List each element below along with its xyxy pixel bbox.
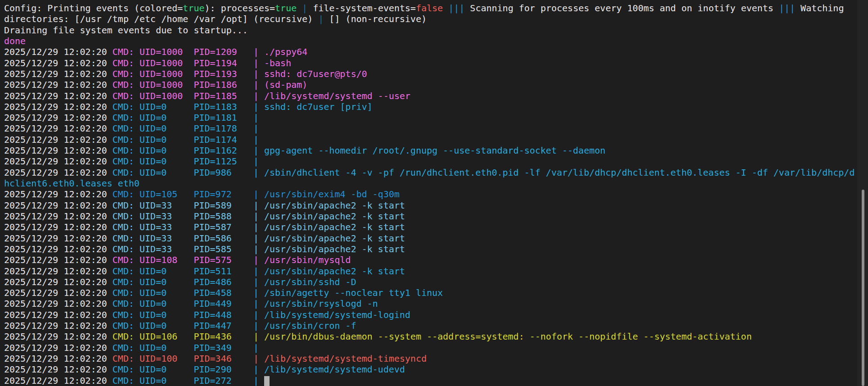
event-timestamp: 2025/12/29 12:02:20 <box>4 134 112 145</box>
event-timestamp: 2025/12/29 12:02:20 <box>4 244 112 254</box>
event-command: CMD: UID=1000 PID=1193 | sshd: dc7user@p… <box>112 68 367 79</box>
terminal-line: 2025/12/29 12:02:20 CMD: UID=0 PID=349 | <box>4 342 855 353</box>
terminal-line: 2025/12/29 12:02:20 CMD: UID=33 PID=588 … <box>4 211 855 222</box>
event-timestamp: 2025/12/29 12:02:20 <box>4 353 112 364</box>
terminal-line: 2025/12/29 12:02:20 CMD: UID=100 PID=346… <box>4 353 855 364</box>
event-command: CMD: UID=105 PID=972 | /usr/sbin/exim4 -… <box>112 189 400 200</box>
event-timestamp: 2025/12/29 12:02:20 <box>4 68 112 79</box>
terminal-line: 2025/12/29 12:02:20 CMD: UID=1000 PID=12… <box>4 46 855 57</box>
scrollbar-thumb[interactable] <box>862 190 864 386</box>
config-text: ||| <box>779 3 795 14</box>
terminal-screen[interactable]: Config: Printing events (colored=true): … <box>0 0 868 386</box>
event-timestamp: 2025/12/29 12:02:20 <box>4 58 112 68</box>
event-command: CMD: UID=0 PID=1174 | <box>112 134 264 145</box>
terminal-line: 2025/12/29 12:02:20 CMD: UID=0 PID=448 |… <box>4 309 855 320</box>
event-timestamp: 2025/12/29 12:02:20 <box>4 298 112 309</box>
event-command: CMD: UID=0 PID=458 | /sbin/agetty --nocl… <box>112 287 443 298</box>
terminal-line: 2025/12/29 12:02:20 CMD: UID=105 PID=972… <box>4 189 855 200</box>
terminal-line: 2025/12/29 12:02:20 CMD: UID=0 PID=290 |… <box>4 364 855 375</box>
config-text: file-system-events= <box>307 3 416 14</box>
terminal-line: 2025/12/29 12:02:20 CMD: UID=33 PID=586 … <box>4 233 855 244</box>
terminal-output: Config: Printing events (colored=true): … <box>4 3 855 386</box>
event-timestamp: 2025/12/29 12:02:20 <box>4 222 112 232</box>
event-command: CMD: UID=0 PID=1178 | <box>112 123 264 134</box>
event-timestamp: 2025/12/29 12:02:20 <box>4 331 112 342</box>
terminal-line: 2025/12/29 12:02:20 CMD: UID=33 PID=589 … <box>4 200 855 211</box>
event-timestamp: 2025/12/29 12:02:20 <box>4 46 112 57</box>
event-command: CMD: UID=1000 PID=1186 | (sd-pam) <box>112 79 307 90</box>
terminal-line: 2025/12/29 12:02:20 CMD: UID=1000 PID=11… <box>4 68 855 79</box>
event-command: CMD: UID=0 PID=1181 | <box>112 112 264 123</box>
config-text: | <box>302 3 307 14</box>
terminal-line: 2025/12/29 12:02:20 CMD: UID=0 PID=458 |… <box>4 287 855 298</box>
scrollbar-track[interactable] <box>857 0 868 386</box>
config-text: Draining file system events due to start… <box>4 25 248 36</box>
event-command: CMD: UID=106 PID=436 | /usr/bin/dbus-dae… <box>112 331 752 342</box>
terminal-line: 2025/12/29 12:02:20 CMD: UID=0 PID=1178 … <box>4 123 855 134</box>
terminal-line: 2025/12/29 12:02:20 CMD: UID=0 PID=272 | <box>4 375 855 386</box>
terminal-line: 2025/12/29 12:02:20 CMD: UID=33 PID=585 … <box>4 244 855 254</box>
terminal-line: 2025/12/29 12:02:20 CMD: UID=0 PID=447 |… <box>4 320 855 331</box>
terminal-line: 2025/12/29 12:02:20 CMD: UID=1000 PID=11… <box>4 91 855 101</box>
event-command: CMD: UID=0 PID=272 | <box>112 375 264 386</box>
event-command: CMD: UID=100 PID=346 | /lib/systemd/syst… <box>112 353 427 364</box>
event-command: CMD: UID=0 PID=349 | <box>112 342 264 353</box>
event-command: CMD: UID=1000 PID=1194 | -bash <box>112 58 291 68</box>
event-timestamp: 2025/12/29 12:02:20 <box>4 375 112 386</box>
config-text: true <box>275 3 297 14</box>
terminal-line: done <box>4 36 855 46</box>
event-command: CMD: UID=0 PID=1162 | gpg-agent --homedi… <box>112 145 606 156</box>
terminal-line: 2025/12/29 12:02:20 CMD: UID=0 PID=486 |… <box>4 277 855 287</box>
event-command: CMD: UID=0 PID=986 | /sbin/dhclient -4 -… <box>4 167 855 189</box>
event-command: CMD: UID=33 PID=585 | /usr/sbin/apache2 … <box>112 244 405 254</box>
event-timestamp: 2025/12/29 12:02:20 <box>4 112 112 123</box>
config-text: [] (non-recursive) <box>324 14 427 24</box>
event-timestamp: 2025/12/29 12:02:20 <box>4 123 112 134</box>
event-command: CMD: UID=0 PID=1125 | <box>112 156 264 167</box>
config-text: ): processes= <box>205 3 275 14</box>
event-command: CMD: UID=33 PID=588 | /usr/sbin/apache2 … <box>112 211 405 222</box>
terminal-line: 2025/12/29 12:02:20 CMD: UID=0 PID=1181 … <box>4 112 855 123</box>
config-text: true <box>183 3 204 14</box>
terminal-line: Draining file system events due to start… <box>4 25 855 36</box>
config-text: Config: Printing events (colored= <box>4 3 183 14</box>
terminal-line: 2025/12/29 12:02:20 CMD: UID=108 PID=575… <box>4 254 855 265</box>
event-timestamp: 2025/12/29 12:02:20 <box>4 101 112 112</box>
terminal-line: 2025/12/29 12:02:20 CMD: UID=0 PID=1162 … <box>4 145 855 156</box>
terminal-line: 2025/12/29 12:02:20 CMD: UID=106 PID=436… <box>4 331 855 342</box>
event-timestamp: 2025/12/29 12:02:20 <box>4 320 112 331</box>
event-timestamp: 2025/12/29 12:02:20 <box>4 342 112 353</box>
config-text: ||| <box>448 3 464 14</box>
event-timestamp: 2025/12/29 12:02:20 <box>4 91 112 101</box>
event-command: CMD: UID=33 PID=586 | /usr/sbin/apache2 … <box>112 233 405 244</box>
event-timestamp: 2025/12/29 12:02:20 <box>4 287 112 298</box>
config-text <box>297 3 302 14</box>
event-timestamp: 2025/12/29 12:02:20 <box>4 211 112 222</box>
terminal-line: 2025/12/29 12:02:20 CMD: UID=0 PID=511 |… <box>4 266 855 277</box>
event-timestamp: 2025/12/29 12:02:20 <box>4 364 112 375</box>
event-command: CMD: UID=108 PID=575 | /usr/sbin/mysqld <box>112 254 351 265</box>
terminal-line: 2025/12/29 12:02:20 CMD: UID=0 PID=1125 … <box>4 156 855 167</box>
terminal-cursor <box>264 376 270 386</box>
terminal-line: 2025/12/29 12:02:20 CMD: UID=33 PID=587 … <box>4 222 855 232</box>
event-command: CMD: UID=0 PID=1183 | sshd: dc7user [pri… <box>112 101 373 112</box>
terminal-line: 2025/12/29 12:02:20 CMD: UID=1000 PID=11… <box>4 58 855 68</box>
terminal-line: 2025/12/29 12:02:20 CMD: UID=0 PID=1174 … <box>4 134 855 145</box>
terminal-line: 2025/12/29 12:02:20 CMD: UID=0 PID=986 |… <box>4 167 855 189</box>
event-timestamp: 2025/12/29 12:02:20 <box>4 254 112 265</box>
event-timestamp: 2025/12/29 12:02:20 <box>4 200 112 211</box>
event-timestamp: 2025/12/29 12:02:20 <box>4 79 112 90</box>
event-timestamp: 2025/12/29 12:02:20 <box>4 277 112 287</box>
event-timestamp: 2025/12/29 12:02:20 <box>4 266 112 277</box>
terminal-line: 2025/12/29 12:02:20 CMD: UID=0 PID=449 |… <box>4 298 855 309</box>
event-command: CMD: UID=0 PID=511 | /usr/sbin/apache2 -… <box>112 266 405 277</box>
event-command: CMD: UID=0 PID=448 | /lib/systemd/system… <box>112 309 410 320</box>
event-command: CMD: UID=33 PID=587 | /usr/sbin/apache2 … <box>112 222 405 232</box>
event-command: CMD: UID=33 PID=589 | /usr/sbin/apache2 … <box>112 200 405 211</box>
terminal-line: 2025/12/29 12:02:20 CMD: UID=0 PID=1183 … <box>4 101 855 112</box>
event-timestamp: 2025/12/29 12:02:20 <box>4 309 112 320</box>
config-text: false <box>416 3 443 14</box>
event-command: CMD: UID=0 PID=449 | /usr/sbin/rsyslogd … <box>112 298 378 309</box>
event-command: CMD: UID=0 PID=447 | /usr/sbin/cron -f <box>112 320 356 331</box>
event-timestamp: 2025/12/29 12:02:20 <box>4 156 112 167</box>
